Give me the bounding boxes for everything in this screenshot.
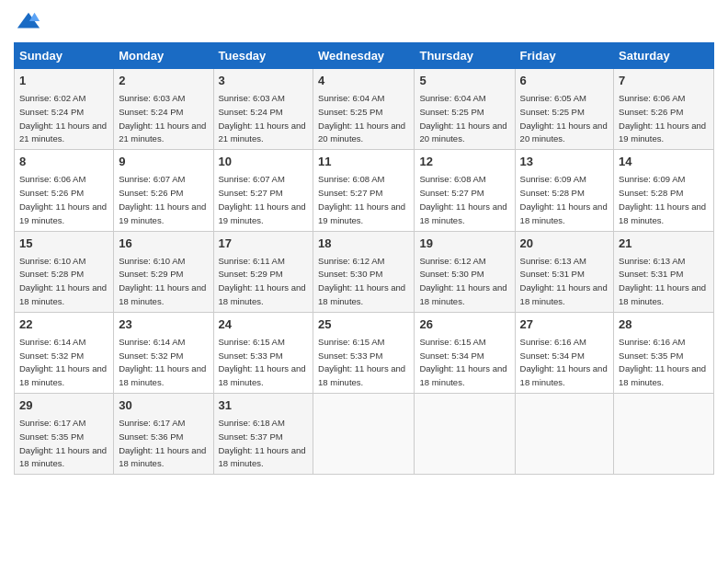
page: SundayMondayTuesdayWednesdayThursdayFrid… bbox=[0, 0, 728, 563]
day-number: 11 bbox=[318, 154, 409, 170]
day-number: 2 bbox=[119, 73, 208, 89]
day-info: Sunrise: 6:06 AMSunset: 5:26 PMDaylight:… bbox=[619, 93, 706, 144]
day-number: 5 bbox=[419, 73, 509, 89]
calendar-cell: 3Sunrise: 6:03 AMSunset: 5:24 PMDaylight… bbox=[213, 69, 313, 150]
calendar-cell: 23Sunrise: 6:14 AMSunset: 5:32 PMDayligh… bbox=[114, 312, 213, 393]
day-number: 14 bbox=[619, 154, 709, 170]
day-info: Sunrise: 6:08 AMSunset: 5:27 PMDaylight:… bbox=[419, 174, 506, 224]
day-info: Sunrise: 6:13 AMSunset: 5:31 PMDaylight:… bbox=[520, 256, 608, 306]
calendar-cell: 7Sunrise: 6:06 AMSunset: 5:26 PMDaylight… bbox=[614, 69, 714, 150]
day-number: 13 bbox=[520, 154, 609, 170]
calendar-table: SundayMondayTuesdayWednesdayThursdayFrid… bbox=[14, 42, 714, 475]
calendar-cell: 2Sunrise: 6:03 AMSunset: 5:24 PMDaylight… bbox=[114, 69, 213, 150]
calendar-cell: 12Sunrise: 6:08 AMSunset: 5:27 PMDayligh… bbox=[415, 150, 515, 231]
day-info: Sunrise: 6:10 AMSunset: 5:28 PMDaylight:… bbox=[19, 256, 107, 306]
calendar-cell: 18Sunrise: 6:12 AMSunset: 5:30 PMDayligh… bbox=[313, 231, 415, 312]
day-info: Sunrise: 6:08 AMSunset: 5:27 PMDaylight:… bbox=[318, 174, 405, 224]
day-number: 19 bbox=[419, 236, 509, 252]
day-info: Sunrise: 6:03 AMSunset: 5:24 PMDaylight:… bbox=[119, 93, 206, 144]
calendar-cell: 20Sunrise: 6:13 AMSunset: 5:31 PMDayligh… bbox=[515, 231, 613, 312]
calendar-cell: 29Sunrise: 6:17 AMSunset: 5:35 PMDayligh… bbox=[15, 394, 114, 475]
calendar-cell: 15Sunrise: 6:10 AMSunset: 5:28 PMDayligh… bbox=[15, 231, 114, 312]
weekday-header-tuesday: Tuesday bbox=[213, 43, 313, 69]
day-number: 22 bbox=[19, 316, 108, 333]
calendar-cell: 26Sunrise: 6:15 AMSunset: 5:34 PMDayligh… bbox=[415, 312, 515, 393]
day-info: Sunrise: 6:06 AMSunset: 5:26 PMDaylight:… bbox=[19, 174, 107, 224]
calendar-cell: 1Sunrise: 6:02 AMSunset: 5:24 PMDaylight… bbox=[15, 69, 114, 150]
day-info: Sunrise: 6:12 AMSunset: 5:30 PMDaylight:… bbox=[318, 256, 405, 306]
day-number: 18 bbox=[318, 236, 409, 252]
calendar-cell: 21Sunrise: 6:13 AMSunset: 5:31 PMDayligh… bbox=[614, 231, 714, 312]
calendar-cell: 30Sunrise: 6:17 AMSunset: 5:36 PMDayligh… bbox=[114, 394, 213, 475]
day-info: Sunrise: 6:02 AMSunset: 5:24 PMDaylight:… bbox=[19, 93, 107, 144]
calendar-week-row: 1Sunrise: 6:02 AMSunset: 5:24 PMDaylight… bbox=[15, 69, 714, 150]
day-number: 17 bbox=[219, 236, 309, 252]
calendar-cell: 31Sunrise: 6:18 AMSunset: 5:37 PMDayligh… bbox=[213, 394, 313, 475]
calendar-cell: 24Sunrise: 6:15 AMSunset: 5:33 PMDayligh… bbox=[213, 312, 313, 393]
day-number: 28 bbox=[619, 316, 709, 333]
day-number: 6 bbox=[520, 73, 609, 89]
calendar-cell bbox=[614, 394, 714, 475]
weekday-header-monday: Monday bbox=[114, 43, 213, 69]
weekday-header-wednesday: Wednesday bbox=[313, 43, 415, 69]
header bbox=[14, 9, 714, 35]
calendar-week-row: 22Sunrise: 6:14 AMSunset: 5:32 PMDayligh… bbox=[15, 312, 714, 393]
day-number: 30 bbox=[119, 397, 208, 414]
day-info: Sunrise: 6:07 AMSunset: 5:27 PMDaylight:… bbox=[219, 174, 306, 224]
day-number: 27 bbox=[520, 316, 609, 333]
day-number: 9 bbox=[119, 154, 208, 170]
day-number: 1 bbox=[19, 73, 108, 89]
day-info: Sunrise: 6:04 AMSunset: 5:25 PMDaylight:… bbox=[318, 93, 405, 144]
day-info: Sunrise: 6:05 AMSunset: 5:25 PMDaylight:… bbox=[520, 93, 608, 144]
calendar-cell: 17Sunrise: 6:11 AMSunset: 5:29 PMDayligh… bbox=[213, 231, 313, 312]
calendar-cell bbox=[415, 394, 515, 475]
day-info: Sunrise: 6:14 AMSunset: 5:32 PMDaylight:… bbox=[119, 337, 206, 387]
calendar-week-row: 15Sunrise: 6:10 AMSunset: 5:28 PMDayligh… bbox=[15, 231, 714, 312]
day-info: Sunrise: 6:16 AMSunset: 5:34 PMDaylight:… bbox=[520, 337, 608, 387]
calendar-cell: 9Sunrise: 6:07 AMSunset: 5:26 PMDaylight… bbox=[114, 150, 213, 231]
day-number: 29 bbox=[19, 397, 108, 414]
day-info: Sunrise: 6:15 AMSunset: 5:33 PMDaylight:… bbox=[318, 337, 405, 387]
day-number: 25 bbox=[318, 316, 409, 333]
day-number: 12 bbox=[419, 154, 509, 170]
calendar-cell: 27Sunrise: 6:16 AMSunset: 5:34 PMDayligh… bbox=[515, 312, 613, 393]
logo-icon bbox=[16, 9, 41, 35]
weekday-header-sunday: Sunday bbox=[15, 43, 114, 69]
day-info: Sunrise: 6:17 AMSunset: 5:35 PMDaylight:… bbox=[19, 418, 107, 468]
day-number: 10 bbox=[219, 154, 309, 170]
day-number: 4 bbox=[318, 73, 409, 89]
day-info: Sunrise: 6:09 AMSunset: 5:28 PMDaylight:… bbox=[520, 174, 608, 224]
calendar-cell: 16Sunrise: 6:10 AMSunset: 5:29 PMDayligh… bbox=[114, 231, 213, 312]
calendar-cell: 19Sunrise: 6:12 AMSunset: 5:30 PMDayligh… bbox=[415, 231, 515, 312]
day-number: 7 bbox=[619, 73, 709, 89]
weekday-header-saturday: Saturday bbox=[614, 43, 714, 69]
day-info: Sunrise: 6:16 AMSunset: 5:35 PMDaylight:… bbox=[619, 337, 706, 387]
day-info: Sunrise: 6:12 AMSunset: 5:30 PMDaylight:… bbox=[419, 256, 506, 306]
day-info: Sunrise: 6:18 AMSunset: 5:37 PMDaylight:… bbox=[219, 418, 306, 468]
calendar-cell: 8Sunrise: 6:06 AMSunset: 5:26 PMDaylight… bbox=[15, 150, 114, 231]
calendar-cell: 25Sunrise: 6:15 AMSunset: 5:33 PMDayligh… bbox=[313, 312, 415, 393]
weekday-header-row: SundayMondayTuesdayWednesdayThursdayFrid… bbox=[15, 43, 714, 69]
calendar-cell: 11Sunrise: 6:08 AMSunset: 5:27 PMDayligh… bbox=[313, 150, 415, 231]
day-info: Sunrise: 6:07 AMSunset: 5:26 PMDaylight:… bbox=[119, 174, 206, 224]
weekday-header-thursday: Thursday bbox=[415, 43, 515, 69]
day-info: Sunrise: 6:15 AMSunset: 5:33 PMDaylight:… bbox=[219, 337, 306, 387]
calendar-cell: 13Sunrise: 6:09 AMSunset: 5:28 PMDayligh… bbox=[515, 150, 613, 231]
day-info: Sunrise: 6:09 AMSunset: 5:28 PMDaylight:… bbox=[619, 174, 706, 224]
calendar-week-row: 8Sunrise: 6:06 AMSunset: 5:26 PMDaylight… bbox=[15, 150, 714, 231]
calendar-cell: 4Sunrise: 6:04 AMSunset: 5:25 PMDaylight… bbox=[313, 69, 415, 150]
day-info: Sunrise: 6:03 AMSunset: 5:24 PMDaylight:… bbox=[219, 93, 306, 144]
day-number: 31 bbox=[219, 397, 309, 414]
day-number: 16 bbox=[119, 236, 208, 252]
calendar-cell: 28Sunrise: 6:16 AMSunset: 5:35 PMDayligh… bbox=[614, 312, 714, 393]
day-number: 26 bbox=[419, 316, 509, 333]
day-info: Sunrise: 6:15 AMSunset: 5:34 PMDaylight:… bbox=[419, 337, 506, 387]
day-info: Sunrise: 6:17 AMSunset: 5:36 PMDaylight:… bbox=[119, 418, 206, 468]
logo bbox=[14, 9, 41, 35]
day-info: Sunrise: 6:14 AMSunset: 5:32 PMDaylight:… bbox=[19, 337, 107, 387]
day-info: Sunrise: 6:13 AMSunset: 5:31 PMDaylight:… bbox=[619, 256, 706, 306]
day-number: 24 bbox=[219, 316, 309, 333]
day-info: Sunrise: 6:04 AMSunset: 5:25 PMDaylight:… bbox=[419, 93, 506, 144]
calendar-cell: 14Sunrise: 6:09 AMSunset: 5:28 PMDayligh… bbox=[614, 150, 714, 231]
calendar-cell: 6Sunrise: 6:05 AMSunset: 5:25 PMDaylight… bbox=[515, 69, 613, 150]
